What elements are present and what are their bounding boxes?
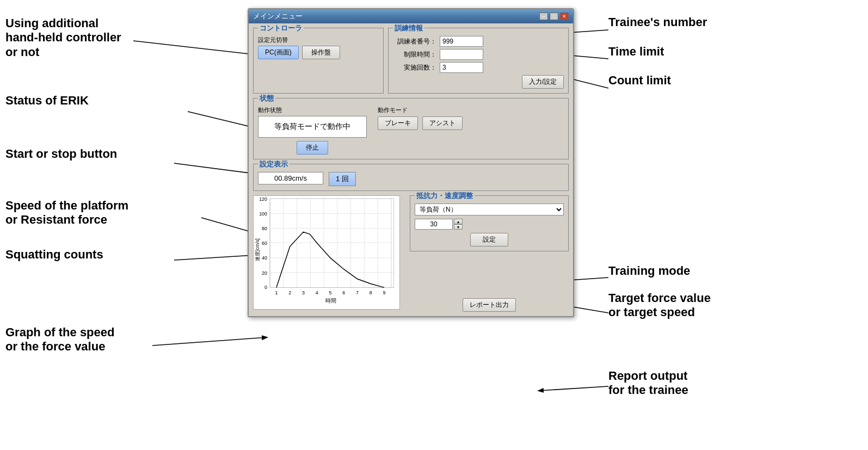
svg-text:8: 8 [370, 290, 372, 295]
svg-text:2: 2 [288, 290, 291, 295]
main-window: メインメニュー ─ □ ✕ コントローラ 設定元切替 PC(画面) 操作盤 訓練… [248, 8, 574, 317]
controller-btn-row: PC(画面) 操作盤 [258, 46, 379, 59]
force-value-input[interactable] [415, 219, 453, 230]
count-row: 実施回数： [393, 62, 564, 73]
count-label: 実施回数： [393, 63, 436, 72]
stop-button[interactable]: 停止 [297, 141, 328, 155]
annotation-using-controller: Using additionalhand-held controlleror n… [5, 16, 121, 59]
annotation-time-limit: Time limit [608, 45, 664, 59]
spinner-buttons: ▲ ▼ [454, 219, 463, 230]
window-title: メインメニュー [253, 11, 303, 21]
svg-text:0: 0 [264, 285, 267, 290]
svg-text:3: 3 [302, 290, 305, 295]
resistance-title: 抵抗力・速度調整 [415, 191, 475, 201]
svg-text:9: 9 [383, 290, 385, 295]
set-btn-row: 設定 [415, 233, 564, 246]
svg-text:7: 7 [356, 290, 359, 295]
speed-graph: 120 100 80 60 40 20 0 1 2 3 4 5 6 7 8 9 [253, 195, 400, 310]
svg-text:20: 20 [262, 270, 267, 276]
panel-button[interactable]: 操作盤 [302, 46, 340, 59]
annotation-speed-force: Speed of the platformor Resistant force [5, 199, 128, 227]
settings-inner: 00.89cm/s 1 回 [258, 172, 564, 186]
annotation-target-force: Target force valueor target speed [608, 291, 711, 320]
svg-line-5 [152, 337, 267, 346]
annotation-count-limit: Count limit [608, 73, 671, 88]
maximize-button[interactable]: □ [550, 13, 558, 20]
svg-text:80: 80 [262, 226, 267, 231]
assist-button[interactable]: アシスト [422, 116, 463, 130]
time-label: 制限時間： [393, 50, 436, 59]
speed-display: 00.89cm/s [258, 172, 323, 184]
controller-section: コントローラ 設定元切替 PC(画面) 操作盤 [253, 28, 384, 94]
title-bar-buttons: ─ □ ✕ [539, 13, 569, 20]
set-button[interactable]: 設定 [470, 233, 508, 246]
input-settings-button[interactable]: 入力/設定 [522, 75, 564, 89]
report-area: レポート出力 [410, 294, 569, 312]
settings-display-section: 設定表示 00.89cm/s 1 回 [253, 164, 569, 191]
status-title: 状態 [258, 94, 275, 103]
count-display: 1 回 [329, 172, 356, 186]
svg-text:1: 1 [275, 290, 278, 295]
trainee-input[interactable] [440, 36, 483, 47]
svg-text:120: 120 [259, 196, 267, 202]
mode-select-row: 等負荷（N） [415, 204, 564, 215]
report-output-button[interactable]: レポート出力 [463, 298, 516, 312]
svg-rect-12 [270, 199, 394, 287]
time-row: 制限時間： [393, 49, 564, 60]
annotation-training-mode: Training mode [608, 264, 690, 278]
annotation-squatting-counts: Squatting counts [5, 248, 103, 262]
force-value-row: ▲ ▼ [415, 219, 564, 230]
mode-buttons: ブレーキ アシスト [378, 116, 564, 130]
resistance-section: 抵抗力・速度調整 等負荷（N） ▲ ▼ [410, 195, 569, 251]
svg-text:4: 4 [316, 290, 318, 295]
svg-text:60: 60 [262, 241, 267, 246]
status-section: 状態 動作状態 等負荷モードで動作中 停止 動作モード ブレーキ アシスト [253, 98, 569, 159]
training-mode-select[interactable]: 等負荷（N） [415, 204, 564, 215]
svg-text:速度[cm/s]: 速度[cm/s] [255, 238, 260, 261]
resistance-inner: 等負荷（N） ▲ ▼ 設定 [415, 204, 564, 246]
annotation-start-stop: Start or stop button [5, 147, 117, 161]
close-button[interactable]: ✕ [560, 13, 569, 20]
time-input[interactable] [440, 49, 483, 60]
operation-label: 動作状態 [258, 106, 367, 114]
title-bar: メインメニュー ─ □ ✕ [249, 9, 573, 23]
pc-button[interactable]: PC(画面) [258, 46, 299, 59]
annotation-status-erik: Status of ERIK [5, 94, 89, 108]
resistance-panel: 抵抗力・速度調整 等負荷（N） ▲ ▼ [410, 195, 569, 312]
annotation-graph: Graph of the speedor the force value [5, 325, 114, 354]
svg-line-11 [539, 386, 608, 391]
training-section: 訓練情報 訓練者番号： 制限時間： 実施回数： 入力/設定 [388, 28, 569, 94]
status-display: 等負荷モードで動作中 [258, 116, 367, 138]
svg-text:時間: 時間 [325, 298, 336, 304]
trainee-row: 訓練者番号： [393, 36, 564, 47]
svg-text:100: 100 [259, 211, 267, 217]
count-input[interactable] [440, 62, 483, 73]
spinner-up-button[interactable]: ▲ [454, 219, 463, 224]
trainee-label: 訓練者番号： [393, 37, 436, 46]
mode-label: 動作モード [378, 106, 564, 114]
settings-display-title: 設定表示 [258, 159, 290, 169]
svg-text:6: 6 [342, 290, 345, 295]
minimize-button[interactable]: ─ [539, 13, 548, 20]
graph-area: 120 100 80 60 40 20 0 1 2 3 4 5 6 7 8 9 [253, 195, 405, 312]
input-settings-row: 入力/設定 [393, 75, 564, 89]
svg-text:40: 40 [262, 255, 267, 261]
spinner-down-button[interactable]: ▼ [454, 224, 463, 230]
window-body: コントローラ 設定元切替 PC(画面) 操作盤 訓練情報 訓練者番号： 制限時間… [249, 23, 573, 316]
controller-sub-label: 設定元切替 [258, 36, 379, 44]
annotation-trainee-number: Trainee's number [608, 15, 707, 29]
training-title: 訓練情報 [393, 23, 424, 33]
controller-title: コントローラ [258, 23, 304, 33]
top-row: コントローラ 設定元切替 PC(画面) 操作盤 訓練情報 訓練者番号： 制限時間… [253, 28, 569, 94]
svg-text:5: 5 [329, 290, 331, 295]
stop-btn-row: 停止 [258, 141, 367, 155]
annotation-report-output: Report outputfor the trainee [608, 369, 688, 398]
status-left: 動作状態 等負荷モードで動作中 停止 [258, 106, 367, 155]
brake-button[interactable]: ブレーキ [378, 116, 418, 130]
status-inner: 動作状態 等負荷モードで動作中 停止 動作モード ブレーキ アシスト [258, 106, 564, 155]
bottom-row: 120 100 80 60 40 20 0 1 2 3 4 5 6 7 8 9 [253, 195, 569, 312]
status-right: 動作モード ブレーキ アシスト [378, 106, 564, 155]
